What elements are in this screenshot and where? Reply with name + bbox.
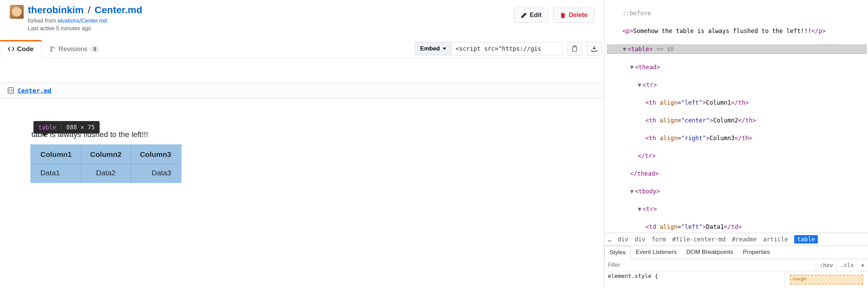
tab-dom-breakpoints[interactable]: DOM Breakpoints — [681, 246, 738, 259]
last-active: Last active 5 minutes ago — [28, 25, 142, 32]
styles-filter-bar: :hov .cls + — [604, 259, 868, 271]
dom-node[interactable]: <th align="right">Column3</th> — [607, 134, 868, 143]
styles-panel: Styles Event Listeners DOM Breakpoints P… — [604, 246, 868, 288]
table-row: Data1 Data2 Data3 — [31, 163, 180, 182]
file-name-link[interactable]: Center.md — [17, 87, 52, 94]
styles-tabs: Styles Event Listeners DOM Breakpoints P… — [604, 246, 868, 259]
breadcrumb: therobinkim / Center.md — [28, 5, 142, 16]
tab-bar: Code Revisions 5 Embed — [0, 40, 604, 58]
tabs: Code Revisions 5 — [0, 40, 107, 58]
embed-url-input[interactable] — [451, 42, 563, 55]
breadcrumb-sep: / — [88, 5, 91, 15]
dom-node[interactable]: <p>Somehow the table is always flushed t… — [607, 27, 868, 36]
crumb[interactable]: div — [618, 236, 628, 243]
dom-node[interactable]: ▼<tr> — [607, 205, 868, 214]
owner-link[interactable]: therobinkim — [28, 5, 84, 15]
embed-dropdown[interactable]: Embed — [415, 42, 451, 55]
element-inspect-tooltip: table 888 × 75 — [33, 121, 100, 134]
header-left: therobinkim / Center.md forked from alva… — [10, 5, 142, 32]
table-cell: Data2 — [81, 163, 131, 182]
col-header: Column1 — [31, 145, 81, 164]
styles-filter-input[interactable] — [604, 259, 816, 271]
delete-button[interactable]: Delete — [553, 8, 594, 23]
dom-node[interactable]: </thead> — [607, 169, 868, 178]
copy-button[interactable] — [567, 42, 582, 56]
code-square-icon — [8, 87, 14, 94]
fork-source: forked from alvations/Center.md — [28, 18, 142, 24]
edit-button[interactable]: Edit — [514, 8, 548, 23]
pencil-icon — [521, 12, 527, 18]
avatar[interactable] — [10, 5, 24, 19]
col-header: Column2 — [81, 145, 131, 164]
download-zip-button[interactable] — [587, 42, 602, 56]
crumb[interactable]: … — [608, 236, 611, 243]
crumb[interactable]: form — [652, 236, 666, 243]
table-cell: Data1 — [31, 163, 81, 182]
table-cell: Data3 — [131, 163, 180, 182]
crumb-selected[interactable]: table — [794, 235, 817, 243]
clipboard-icon — [572, 45, 578, 52]
styles-body: element.style { margin — [604, 271, 868, 288]
trash-icon — [560, 12, 566, 18]
dom-node[interactable]: </tr> — [607, 152, 868, 161]
crumb[interactable]: #file-center-md — [672, 236, 726, 243]
title-block: therobinkim / Center.md forked from alva… — [28, 5, 142, 32]
tooltip-tag: table — [38, 124, 56, 131]
style-rules[interactable]: element.style { — [604, 271, 785, 288]
svg-rect-4 — [8, 88, 14, 93]
file-header: Center.md — [0, 82, 604, 99]
embed-group: Embed — [415, 42, 604, 56]
gist-actions: Edit Delete — [514, 8, 594, 23]
svg-point-0 — [51, 47, 52, 48]
gist-name-link[interactable]: Center.md — [95, 5, 142, 15]
box-model[interactable]: margin — [785, 271, 868, 288]
devtools: ::before <p>Somehow the table is always … — [604, 0, 868, 288]
rendered-table: Column1 Column2 Column3 Data1 Data2 Data… — [31, 145, 180, 182]
tab-properties[interactable]: Properties — [738, 246, 775, 259]
tab-revisions[interactable]: Revisions 5 — [42, 40, 108, 58]
cls-toggle[interactable]: .cls — [837, 260, 858, 271]
gist-page: therobinkim / Center.md forked from alva… — [0, 0, 604, 288]
dom-node[interactable]: <th align="center">Column2</th> — [607, 116, 868, 125]
tab-event-listeners[interactable]: Event Listeners — [631, 246, 681, 259]
svg-rect-3 — [574, 46, 576, 47]
dom-node[interactable]: <td align="left">Data1</td> — [607, 223, 868, 232]
dom-node-selected[interactable]: ▼<table> == $0 — [607, 45, 867, 54]
svg-point-1 — [51, 50, 52, 51]
download-icon — [591, 45, 598, 52]
dom-node[interactable]: ▼<tr> — [607, 81, 868, 90]
col-header: Column3 — [131, 145, 180, 164]
revisions-count: 5 — [90, 45, 99, 53]
dom-node[interactable]: ▼<thead> — [607, 63, 868, 72]
tab-code[interactable]: Code — [0, 40, 42, 58]
crumb[interactable]: article — [763, 236, 788, 243]
elements-panel[interactable]: ::before <p>Somehow the table is always … — [604, 0, 868, 233]
revisions-icon — [50, 46, 56, 52]
dom-node[interactable]: ▼<tbody> — [607, 187, 868, 196]
rendered-markdown: table 888 × 75 table is always flushed t… — [0, 99, 604, 196]
hov-toggle[interactable]: :hov — [816, 260, 837, 271]
dom-node[interactable]: <th align="left">Column1</th> — [607, 98, 868, 107]
gist-header: therobinkim / Center.md forked from alva… — [0, 0, 604, 32]
crumb[interactable]: #readme — [732, 236, 757, 243]
box-margin: margin — [790, 275, 863, 285]
rendered-paragraph: table is always flushed to the left!!! — [31, 130, 573, 139]
new-style-rule-button[interactable]: + — [857, 260, 868, 271]
table-header-row: Column1 Column2 Column3 — [31, 145, 180, 164]
tab-styles[interactable]: Styles — [604, 246, 631, 259]
caret-down-icon — [443, 48, 446, 50]
dom-pseudo[interactable]: ::before — [607, 9, 868, 18]
dom-breadcrumb: … div div form #file-center-md #readme a… — [604, 233, 868, 246]
crumb[interactable]: div — [635, 236, 645, 243]
tooltip-dimensions: 888 × 75 — [61, 124, 95, 131]
code-icon — [8, 46, 14, 52]
fork-source-link[interactable]: alvations/Center.md — [57, 18, 107, 24]
